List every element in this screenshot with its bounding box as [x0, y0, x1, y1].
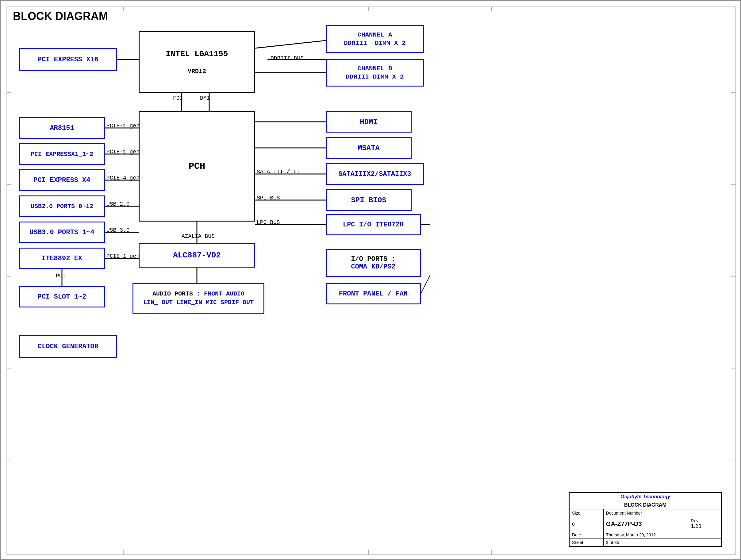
alc887-box: ALC887-VD2 — [139, 243, 255, 267]
page-title: BLOCK DIAGRAM — [13, 10, 108, 23]
dmi-label: DMI — [200, 95, 210, 101]
usb3-ports-box: USB3.0 PORTS 1~4 — [19, 222, 105, 243]
usb2-label: USB 2.0 — [107, 201, 130, 207]
pci-express-x16-box: PCI EXPRESS X16 — [19, 48, 117, 71]
hdmi-box: HDMI — [326, 111, 412, 133]
audio-ports-line1: AUDIO PORTS : FRONT AUDIO — [152, 290, 245, 298]
pci-expressx1-box: PCI EXPRESSX1_1~2 — [19, 143, 105, 165]
intel-cpu-sublabel: VRD12 — [188, 68, 206, 75]
intel-cpu-box: INTEL LGA1155 VRD12 — [139, 31, 255, 93]
audio-ports-box: AUDIO PORTS : FRONT AUDIO LIN_ OUT LINE_… — [133, 283, 264, 314]
audio-ports-line2: LIN_ OUT LINE_IN MIC SPDIF OUT — [143, 298, 254, 307]
channel-b-box: CHANNEL B DDRIII DIMM X 2 — [326, 59, 424, 86]
msata-box: MSATA — [326, 137, 412, 159]
usb3-label: USB 3.0 — [107, 227, 130, 233]
pcie4-gen2-label: PCIE-4 gen2 — [107, 175, 143, 181]
svg-line-22 — [255, 41, 326, 48]
footer-doc-number: GA-Z77P-D3 — [603, 517, 688, 531]
channel-a-box: CHANNEL A DDRIII DIMM X 2 — [326, 25, 424, 53]
sataiiix2-box: SATAIIIX2/SATAIIX3 — [326, 163, 424, 185]
footer-doc-title: BLOCK DIAGRAM — [569, 501, 721, 509]
io-ports-box: I/O PORTS : COMA KB/PS2 — [326, 249, 421, 277]
front-panel-fan-box: FRONT PANEL / FAN — [326, 283, 421, 304]
io-ports-items: COMA KB/PS2 — [351, 263, 395, 271]
clock-generator-box: CLOCK GENERATOR — [19, 335, 117, 358]
channel-b-label: CHANNEL B DDRIII DIMM X 2 — [346, 64, 404, 81]
azalia-bus-label: AZALIA BUS — [182, 233, 215, 239]
footer-sheet: 3 of 35 — [603, 539, 688, 547]
pcie1-gen2-pci-label: PCIE-1 gen2 — [107, 149, 143, 155]
pcie1-gen2-ar-label: PCIE-1 gen2 — [107, 123, 143, 129]
footer-size-label: Size — [569, 509, 604, 517]
intel-cpu-label: INTEL LGA1155 — [166, 49, 228, 59]
footer-doc-number-label: Document Number — [603, 509, 721, 517]
footer-company: Gigabyte Technology — [569, 493, 721, 501]
lpc-io-box: LPC I/O ITE8728 — [326, 214, 421, 235]
svg-line-42 — [421, 275, 430, 294]
footer-table: Gigabyte Technology BLOCK DIAGRAM Size D… — [568, 492, 722, 547]
ar8151-box: AR8151 — [19, 117, 105, 139]
footer-date: Thursday, March 29, 2012 — [603, 531, 721, 539]
io-ports-title: I/O PORTS : — [351, 255, 395, 263]
svg-rect-0 — [7, 7, 736, 555]
sata-iii-ii-label: SATA III / II — [257, 169, 300, 175]
ite8892-box: ITE8892 EX — [19, 248, 105, 269]
footer-date-label: Date — [569, 531, 604, 539]
footer-size: C — [569, 517, 604, 531]
fdi-label: FDI — [173, 95, 183, 101]
footer-sheet-label: Sheet — [569, 539, 604, 547]
spi-bios-box: SPI BIOS — [326, 189, 412, 211]
usb2-ports-box: USB2.0 PORTS 0~12 — [19, 195, 105, 217]
lpc-bus-label: LPC BUS — [257, 220, 280, 226]
footer-rev-label: Rev1.11 — [688, 517, 721, 531]
pci-label: PCI — [56, 273, 66, 279]
pch-box: PCH — [139, 111, 255, 222]
footer-rev: 1.11 — [691, 523, 701, 529]
ddriii-bus-label: DDRIII BUS — [271, 55, 304, 61]
pci-express-x4-box: PCI EXPRESS X4 — [19, 169, 105, 191]
channel-a-label: CHANNEL A DDRIII DIMM X 2 — [344, 31, 406, 48]
spi-bus-label: SPI BUS — [257, 195, 280, 201]
page: BLOCK DIAGRAM — [0, 0, 741, 560]
pci-slot-box: PCI SLOT 1~2 — [19, 286, 105, 307]
pcie1-gen2-ite-label: PCIE-1 gen2 — [107, 253, 143, 259]
